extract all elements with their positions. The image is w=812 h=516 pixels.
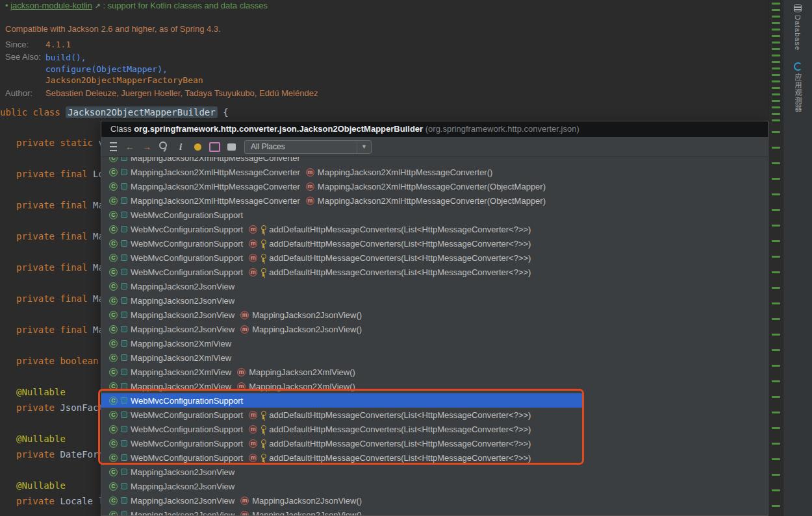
toolwindow-database-button[interactable]: Database: [794, 4, 802, 51]
usage-row[interactable]: CWebMvcConfigurationSupportmaddDefaultHt…: [101, 422, 768, 436]
code-token: Locale: [60, 496, 98, 506]
code-token: private: [16, 496, 60, 506]
see-also-link[interactable]: Jackson2ObjectMapperFactoryBean: [45, 75, 203, 86]
row-class-name: MappingJackson2JsonView: [131, 310, 235, 320]
see-also-link[interactable]: configure(ObjectMapper),: [45, 64, 203, 75]
usage-row[interactable]: CMappingJackson2JsonView: [101, 279, 768, 293]
usage-row[interactable]: CMappingJackson2XmlHttpMessageConverterm…: [101, 193, 768, 208]
editor-marker: [772, 55, 780, 56]
editor-marker: [772, 147, 780, 149]
editor-marker: [772, 35, 780, 37]
class-icon: C: [109, 454, 118, 462]
file-type-icon: [121, 412, 127, 418]
editor-marker: [772, 380, 780, 382]
method-icon: m: [306, 182, 314, 191]
usage-row[interactable]: CMappingJackson2XmlHttpMessageConverterm…: [101, 179, 768, 193]
method-icon: m: [249, 439, 257, 448]
file-type-icon: [121, 440, 127, 447]
usage-row[interactable]: CWebMvcConfigurationSupportmaddDefaultHt…: [101, 408, 768, 422]
row-class-name: MappingJackson2XmlHttpMessageConverter: [131, 167, 300, 177]
editor-marker: [772, 271, 780, 273]
popup-toolbar-icons: [107, 140, 238, 153]
usage-row[interactable]: CWebMvcConfigurationSupportmaddDefaultHt…: [101, 236, 768, 251]
doc-module-line: • jackson-module-kotlin ↗ : support for …: [5, 1, 268, 11]
toolwindow-observer-button[interactable]: 应用观测器: [793, 62, 803, 112]
editor-marker: [772, 87, 780, 89]
editor-marker: [772, 427, 780, 429]
class-icon: C: [109, 511, 118, 516]
row-method-name: addDefaultHttpMessageConverters(List<Htt…: [269, 225, 531, 234]
usage-row[interactable]: CMappingJackson2JsonViewmMappingJackson2…: [101, 322, 768, 336]
usage-row[interactable]: CMappingJackson2XmlView: [101, 336, 768, 350]
usage-row[interactable]: CMappingJackson2JsonViewmMappingJackson2…: [101, 508, 768, 515]
editor-marker: [772, 193, 780, 195]
usage-row[interactable]: CMappingJackson2XmlViewmMappingJackson2X…: [101, 365, 768, 379]
editor-marker: [772, 3, 780, 5]
external-link-icon: ↗: [95, 2, 101, 10]
code-line: private final Lo: [16, 168, 104, 180]
class-icon: C: [109, 157, 118, 162]
code-line: @Nullable: [16, 480, 66, 492]
file-type-icon: [121, 369, 127, 375]
code-token: @Nullable: [16, 434, 66, 444]
usage-row[interactable]: CWebMvcConfigurationSupportmaddDefaultHt…: [101, 436, 768, 450]
usage-row[interactable]: CWebMvcConfigurationSupport: [101, 393, 768, 408]
file-type-icon: [121, 254, 127, 261]
doc-module-link[interactable]: jackson-module-kotlin: [10, 1, 92, 10]
class-icon: C: [109, 497, 118, 505]
class-icon: C: [109, 197, 118, 205]
marker-stripe[interactable]: [768, 0, 783, 516]
group-by-icon[interactable]: [107, 140, 120, 153]
author-label: Author:: [5, 88, 32, 99]
usage-row[interactable]: CMappingJackson2JsonViewmMappingJackson2…: [101, 493, 768, 508]
editor-marker: [772, 131, 780, 133]
usage-row[interactable]: CMappingJackson2XmlHttpMessageConverter: [101, 157, 768, 165]
row-class-name: WebMvcConfigurationSupport: [131, 453, 243, 463]
code-token: private static: [16, 138, 98, 148]
usage-row[interactable]: CMappingJackson2JsonViewmMappingJackson2…: [101, 308, 768, 322]
editor-marker: [772, 318, 780, 320]
usage-row[interactable]: CMappingJackson2XmlHttpMessageConverterm…: [101, 165, 768, 179]
class-icon: C: [109, 168, 118, 177]
next-occurrence-icon[interactable]: [140, 140, 153, 153]
usage-row[interactable]: CWebMvcConfigurationSupport: [101, 208, 768, 222]
row-method-name: addDefaultHttpMessageConverters(List<Htt…: [269, 439, 531, 448]
row-class-name: MappingJackson2JsonView: [131, 467, 235, 477]
usage-row[interactable]: CWebMvcConfigurationSupportmaddDefaultHt…: [101, 450, 768, 465]
protected-key-icon: [260, 425, 266, 434]
file-type-icon: [121, 183, 127, 190]
code-token: private: [16, 402, 60, 413]
pin-icon[interactable]: [157, 140, 170, 153]
usage-row[interactable]: CWebMvcConfigurationSupportmaddDefaultHt…: [101, 222, 768, 236]
usage-row[interactable]: CMappingJackson2JsonView: [101, 293, 768, 308]
usage-row[interactable]: CWebMvcConfigurationSupportmaddDefaultHt…: [101, 251, 768, 265]
class-icon: C: [109, 425, 118, 434]
class-icon: C: [109, 225, 118, 234]
scope-combo[interactable]: All Places ▼: [244, 140, 372, 154]
popup-header-title: org.springframework.http.converter.json.…: [134, 124, 423, 134]
method-icon: m: [249, 254, 257, 262]
see-also-link[interactable]: build(),: [45, 52, 203, 64]
usage-row[interactable]: CMappingJackson2XmlView: [101, 350, 768, 365]
file-type-icon: [121, 157, 127, 161]
previous-occurrence-icon[interactable]: [123, 140, 136, 153]
preview-icon[interactable]: [225, 140, 238, 153]
usage-row[interactable]: CWebMvcConfigurationSupportmaddDefaultHt…: [101, 265, 768, 279]
usage-row[interactable]: CMappingJackson2JsonView: [101, 465, 768, 479]
colors-icon[interactable]: [191, 140, 204, 153]
usage-row[interactable]: CMappingJackson2XmlViewmMappingJackson2X…: [101, 379, 768, 393]
file-type-icon: [121, 169, 127, 175]
row-method-name: MappingJackson2XmlHttpMessageConverter(): [318, 167, 493, 177]
popup-header-prefix: Class: [110, 124, 134, 134]
right-toolwindow-bar: Database 应用观测器: [783, 0, 812, 516]
row-class-name: MappingJackson2JsonView: [131, 482, 235, 491]
class-icon: C: [109, 439, 118, 448]
row-class-name: MappingJackson2XmlView: [131, 382, 231, 391]
info-icon[interactable]: [174, 140, 187, 153]
row-class-name: MappingJackson2XmlHttpMessageConverter: [131, 182, 300, 191]
row-class-name: WebMvcConfigurationSupport: [131, 439, 243, 448]
editor-marker: [772, 68, 780, 69]
editor-marker: [772, 240, 780, 242]
usage-row[interactable]: CMappingJackson2JsonView: [101, 479, 768, 493]
export-icon[interactable]: [208, 140, 221, 153]
